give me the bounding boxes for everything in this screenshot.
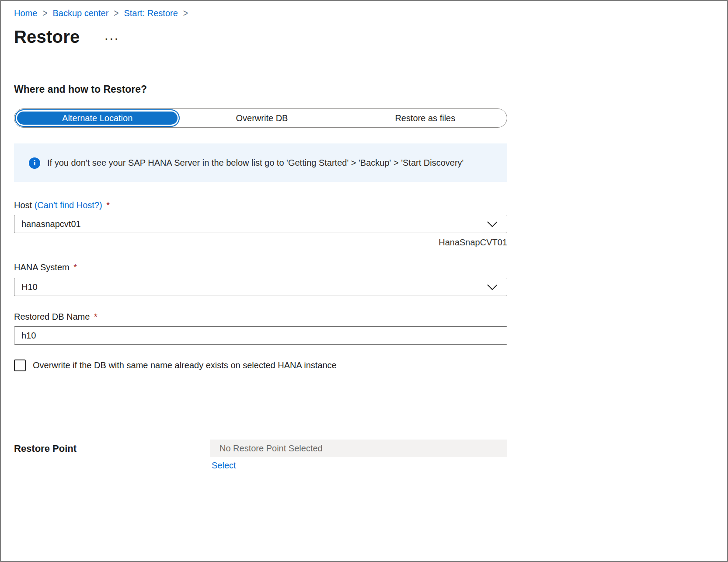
hana-system-label: HANA System * — [14, 262, 714, 272]
chevron-down-icon — [487, 221, 498, 227]
restored-db-name-input[interactable] — [14, 326, 507, 345]
hana-system-dropdown[interactable]: H10 — [14, 278, 507, 296]
host-label: Host (Can't find Host?) * — [14, 200, 714, 210]
host-dropdown[interactable]: hanasnapcvt01 — [14, 215, 507, 233]
overwrite-checkbox[interactable] — [14, 360, 26, 371]
breadcrumb-backup-center[interactable]: Backup center — [52, 7, 108, 19]
restore-mode-segmented-control: Alternate Location Overwrite DB Restore … — [14, 108, 507, 128]
title-row: Restore ··· — [14, 27, 714, 47]
restore-point-field: No Restore Point Selected — [210, 440, 507, 457]
tab-overwrite-db[interactable]: Overwrite DB — [180, 109, 343, 127]
breadcrumb: Home > Backup center > Start: Restore > — [14, 7, 714, 19]
restored-db-name-label-text: Restored DB Name — [14, 312, 90, 321]
section-heading: Where and how to Restore? — [14, 84, 714, 95]
overwrite-checkbox-row: Overwrite if the DB with same name alrea… — [14, 360, 714, 371]
info-icon: i — [29, 157, 40, 169]
restore-point-row: Restore Point No Restore Point Selected … — [14, 440, 507, 471]
host-label-text: Host — [14, 200, 32, 210]
restore-page: Home > Backup center > Start: Restore > … — [0, 0, 728, 562]
restored-db-name-label: Restored DB Name * — [14, 312, 714, 322]
info-banner-text: If you don't see your SAP HANA Server in… — [47, 157, 463, 169]
breadcrumb-separator-icon: > — [42, 6, 48, 21]
breadcrumb-separator-icon: > — [113, 6, 119, 21]
info-banner: i If you don't see your SAP HANA Server … — [14, 143, 507, 182]
required-asterisk: * — [73, 262, 77, 272]
breadcrumb-start-restore[interactable]: Start: Restore — [124, 7, 178, 19]
required-asterisk: * — [94, 312, 98, 321]
more-options-button[interactable]: ··· — [105, 31, 120, 44]
host-dropdown-value: hanasnapcvt01 — [21, 219, 81, 229]
breadcrumb-home[interactable]: Home — [14, 7, 37, 19]
chevron-down-icon — [487, 284, 498, 290]
hana-system-dropdown-value: H10 — [21, 282, 38, 292]
page-title: Restore — [14, 27, 80, 47]
host-helper-text: HanaSnapCVT01 — [14, 237, 507, 248]
tab-alternate-location[interactable]: Alternate Location — [15, 109, 180, 127]
select-restore-point-link[interactable]: Select — [212, 461, 236, 471]
breadcrumb-separator-icon: > — [182, 6, 189, 21]
required-asterisk: * — [106, 200, 110, 210]
restore-point-label: Restore Point — [14, 440, 210, 454]
tab-restore-as-files[interactable]: Restore as files — [344, 109, 507, 127]
cant-find-host-link[interactable]: (Can't find Host?) — [35, 200, 102, 210]
overwrite-checkbox-label: Overwrite if the DB with same name alrea… — [33, 360, 337, 370]
hana-system-label-text: HANA System — [14, 262, 70, 272]
